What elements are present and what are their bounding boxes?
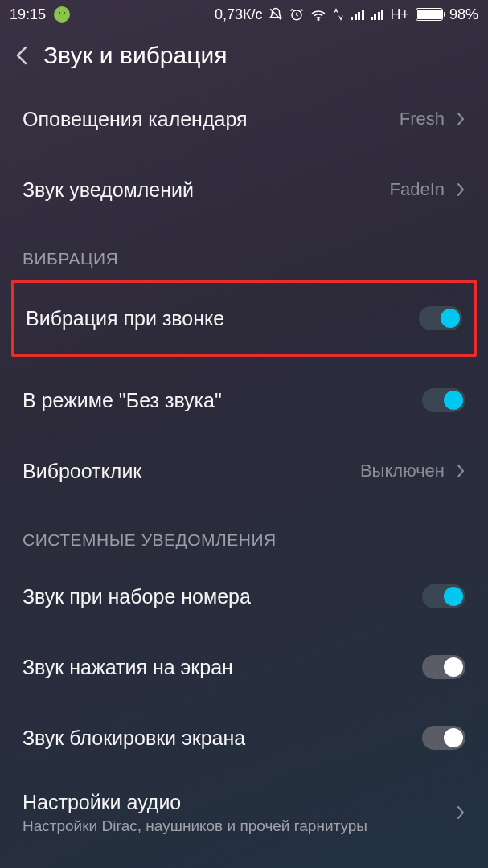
back-button[interactable]	[14, 44, 29, 67]
row-label: Звук нажатия на экран	[23, 656, 233, 679]
signal-sim2-icon	[371, 9, 384, 20]
row-label: Настройки аудио	[23, 791, 367, 814]
chevron-right-icon	[456, 463, 465, 479]
toggle-lock-sound[interactable]	[422, 726, 465, 750]
battery-icon	[416, 8, 443, 21]
row-sublabel: Настройки Dirac, наушников и прочей гарн…	[23, 817, 367, 835]
page-header: Звук и вибрация	[0, 29, 488, 84]
section-vibration: ВИБРАЦИЯ	[0, 225, 488, 280]
page-title: Звук и вибрация	[43, 42, 227, 69]
chevron-right-icon	[456, 805, 465, 821]
row-value: Выключен	[360, 461, 445, 481]
toggle-vibrate-on-ring[interactable]	[419, 306, 462, 330]
highlight-box: Вибрация при звонке	[11, 280, 477, 357]
row-lock-sound[interactable]: Звук блокировки экрана	[0, 702, 488, 773]
android-debug-icon	[54, 6, 70, 23]
row-tap-sound[interactable]: Звук нажатия на экран	[0, 632, 488, 702]
row-calendar-alerts[interactable]: Оповещения календаря Fresh	[0, 84, 488, 154]
row-label: В режиме "Без звука"	[23, 389, 222, 412]
row-label: Виброотклик	[23, 460, 141, 483]
toggle-tap-sound[interactable]	[422, 655, 465, 679]
row-label: Звук блокировки экрана	[23, 727, 245, 750]
row-silent-mode[interactable]: В режиме "Без звука"	[0, 365, 488, 436]
wifi-icon	[310, 8, 326, 21]
row-vibrate-on-ring[interactable]: Вибрация при звонке	[26, 283, 462, 354]
mute-icon	[269, 7, 283, 22]
toggle-dial-sound[interactable]	[422, 584, 465, 608]
row-label: Вибрация при звонке	[26, 307, 224, 330]
chevron-right-icon	[456, 182, 465, 198]
svg-point-2	[318, 19, 320, 21]
settings-list: Оповещения календаря Fresh Звук уведомле…	[0, 84, 488, 852]
status-speed: 0,73К/с	[215, 6, 263, 23]
section-system-notifications: СИСТЕМНЫЕ УВЕДОМЛЕНИЯ	[0, 506, 488, 561]
signal-sim1-icon	[351, 9, 364, 20]
alarm-icon	[289, 7, 304, 22]
row-haptic-feedback[interactable]: Виброотклик Выключен	[0, 436, 488, 506]
chevron-right-icon	[456, 111, 465, 127]
toggle-silent-mode[interactable]	[422, 388, 465, 412]
row-dial-sound[interactable]: Звук при наборе номера	[0, 561, 488, 632]
status-battery: 98%	[449, 6, 478, 23]
data-transfer-icon	[333, 8, 344, 21]
row-label: Звук при наборе номера	[23, 585, 251, 608]
status-bar: 19:15 0,73К/с H	[0, 0, 488, 29]
row-label: Оповещения календаря	[23, 108, 248, 131]
row-value: Fresh	[400, 108, 445, 129]
row-notification-sound[interactable]: Звук уведомлений FadeIn	[0, 154, 488, 225]
status-time: 19:15	[10, 6, 46, 23]
row-label: Звук уведомлений	[23, 178, 194, 202]
row-audio-settings[interactable]: Настройки аудио Настройки Dirac, наушник…	[0, 773, 488, 852]
status-network: H+	[390, 6, 409, 23]
row-value: FadeIn	[390, 179, 445, 200]
